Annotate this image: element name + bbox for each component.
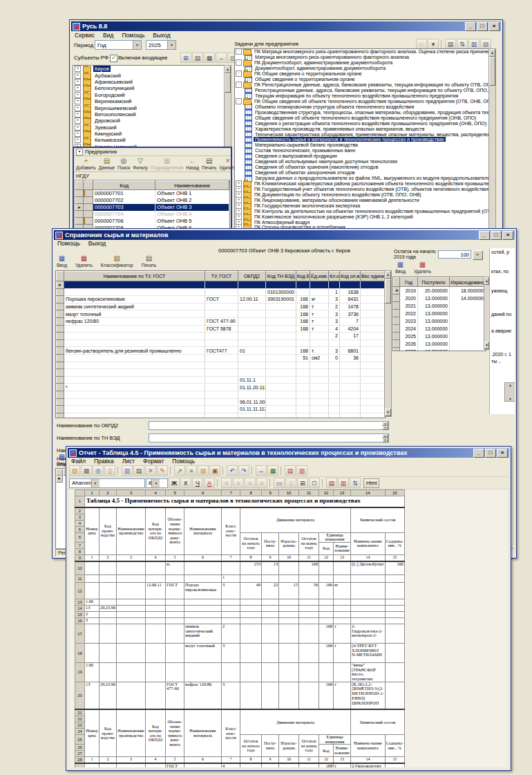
sheet-cell[interactable]: 168 <box>319 763 334 767</box>
region-item[interactable]: +Верхнекамский <box>73 98 225 104</box>
scroll-up-icon[interactable]: ▲ <box>489 49 495 57</box>
close-button[interactable]: × <box>502 231 513 240</box>
sheet-cell[interactable]: 8 <box>240 554 262 561</box>
task-group[interactable]: +ПК Атмосферный воздух <box>235 219 489 225</box>
sheet-col-header[interactable]: 8 <box>240 490 262 496</box>
sheet-cell[interactable]: Посту-пило <box>262 532 279 554</box>
sheet-cell[interactable] <box>99 644 117 663</box>
sheet-cell[interactable] <box>262 606 279 612</box>
scroll-up-icon[interactable]: ▲ <box>484 277 489 285</box>
input-button[interactable]: ▦Ввод <box>394 261 407 274</box>
print-icon[interactable]: ▦ <box>204 53 215 63</box>
minimize-button[interactable]: _ <box>479 231 490 240</box>
sheet-cell[interactable]: кг <box>334 583 351 599</box>
sheet-cell[interactable]: 9 <box>262 554 279 561</box>
task-item[interactable]: Общие сведения о территориальном органе <box>235 77 489 82</box>
sheet-cell[interactable]: 4 <box>146 757 166 764</box>
sheet-row-header[interactable]: 25 <box>75 735 85 745</box>
freeze-col-button[interactable]: ▥ <box>338 478 349 488</box>
redo-icon[interactable]: ↷ <box>238 465 249 476</box>
sheet-cell[interactable] <box>279 561 299 575</box>
sheet-cell[interactable] <box>85 583 99 599</box>
sheet-cell[interactable] <box>299 624 319 644</box>
year-row[interactable]: 202213.000000 <box>394 310 486 317</box>
html-button[interactable]: Html <box>363 478 379 488</box>
merge-cells-button[interactable]: ▭ <box>274 478 285 488</box>
sheet-cell[interactable]: Остаток на конец года <box>299 735 319 757</box>
region-item[interactable]: +Даровской <box>73 118 225 124</box>
task-item[interactable]: Документооборот, администрирование докум… <box>235 66 489 71</box>
year-row[interactable]: 202113.000000 <box>394 302 486 310</box>
expand-icon[interactable]: + <box>75 79 81 85</box>
scroll-up-icon[interactable]: ▲ <box>225 66 231 73</box>
sheet-cell[interactable] <box>117 763 146 767</box>
sheet-cell[interactable] <box>117 644 146 663</box>
sheet-cell[interactable] <box>319 606 334 612</box>
ref-row[interactable]: 01.11.11.112 <box>57 406 386 413</box>
list-icon[interactable]: ▥ <box>468 39 479 49</box>
sheet-cell[interactable] <box>166 606 184 612</box>
sheet-cell[interactable]: 5 <box>166 757 184 764</box>
export-icon[interactable]: ↗ <box>174 465 185 476</box>
sheet-cell[interactable] <box>184 612 222 618</box>
sheet-cell[interactable]: Содержа-ние , % <box>385 532 404 554</box>
expand-icon[interactable]: + <box>75 92 81 98</box>
expand-icon[interactable]: + <box>75 66 81 72</box>
column-width-icon[interactable]: ↔ <box>256 465 267 476</box>
sheet-cell[interactable] <box>222 606 240 612</box>
classifier-button[interactable]: ▧Классификатор <box>99 254 135 268</box>
sheet-cell[interactable] <box>117 575 146 583</box>
sheet-cell[interactable] <box>117 612 146 618</box>
scroll-down-icon[interactable]: ▼ <box>385 409 391 416</box>
sheet-cell[interactable]: 3 <box>222 682 240 709</box>
sheet-cell[interactable] <box>146 663 166 682</box>
sheet-cell[interactable] <box>319 575 334 583</box>
sheet-cell[interactable]: 168 <box>319 644 334 663</box>
sheet-cell[interactable] <box>146 606 166 612</box>
expand-icon[interactable]: + <box>75 73 81 79</box>
sheet-cell[interactable]: 10 <box>279 757 299 764</box>
sheet-cell[interactable] <box>334 618 351 624</box>
menu-item-Правка[interactable]: Правка <box>94 458 114 465</box>
year-row[interactable]: 202313.000000 <box>394 317 486 325</box>
ref-col-header[interactable]: Наименование по ТУ, ГОСТ <box>64 272 205 281</box>
sheet-cell[interactable] <box>99 624 117 644</box>
region-item[interactable]: +Богородский <box>73 92 225 98</box>
sheet-cell[interactable]: 7 <box>222 554 240 561</box>
sheet-cell[interactable]: (R,1R)-2,2-ДИМЕТИЛ-3-(2-МЕТИЛПРОП-1-ЕНИЛ… <box>351 682 386 709</box>
task-group[interactable]: -ПК Регистрационные данные, адреса, банк… <box>235 82 489 88</box>
sheet-cell[interactable] <box>117 561 146 575</box>
task-item[interactable]: Текущая информация по объекту техногенно… <box>235 93 489 99</box>
sheet-row-header[interactable]: 14 <box>75 606 85 612</box>
task-group[interactable]: -ПК Матрица многомерного риск-ориентиров… <box>235 49 489 55</box>
sheet-cell[interactable] <box>319 561 334 575</box>
balance-pick-button[interactable]: ▸ <box>473 250 483 260</box>
sheet-cell[interactable]: 12.00.11 <box>146 583 166 599</box>
ref-col-header[interactable]: Код ЕИ <box>296 272 310 281</box>
sheet-cell[interactable] <box>117 583 146 599</box>
sheet-cell[interactable] <box>117 599 146 606</box>
data-button[interactable]: ▤Данные <box>97 157 116 171</box>
sheet-cell[interactable] <box>385 663 404 682</box>
sheet-cell[interactable]: Наимено-вание компонента <box>351 735 386 757</box>
sheet-cell[interactable] <box>262 575 279 583</box>
sheet-cell[interactable]: (L.) Диэтилбутил <box>351 561 386 575</box>
print-icon[interactable]: ▤ <box>445 39 456 49</box>
sheet-cell[interactable]: 56 <box>299 583 319 599</box>
enterprise-row[interactable]: 0000007706Объект ОНВ 5 <box>76 218 229 225</box>
sheet-cell[interactable]: Остаток на начало года <box>240 532 262 554</box>
sheet-cell[interactable]: 1 <box>85 554 99 561</box>
sheet-cell[interactable]: Обозна-чение норма-тивного доку-мента <box>166 507 184 555</box>
sheet-cell[interactable]: 2 <box>99 757 117 764</box>
ref-col-header[interactable]: Вес единицы <box>361 272 386 281</box>
ref-row[interactable] <box>57 369 386 377</box>
years-col-header[interactable]: Израсходовано <box>450 278 486 287</box>
sheet-row-header[interactable]: 13 <box>75 599 85 606</box>
years-col-header[interactable]: Год <box>400 278 418 287</box>
sheet-col-header[interactable]: 4 <box>146 490 166 496</box>
sheet-cell[interactable]: ю <box>166 561 184 575</box>
sheet-row-header[interactable]: 2 <box>75 507 85 514</box>
sheet-row-header[interactable]: 17 <box>75 624 85 644</box>
year-row[interactable]: 202513.000000 <box>394 333 486 340</box>
sheet-cell[interactable]: Наименование производства <box>117 709 146 757</box>
